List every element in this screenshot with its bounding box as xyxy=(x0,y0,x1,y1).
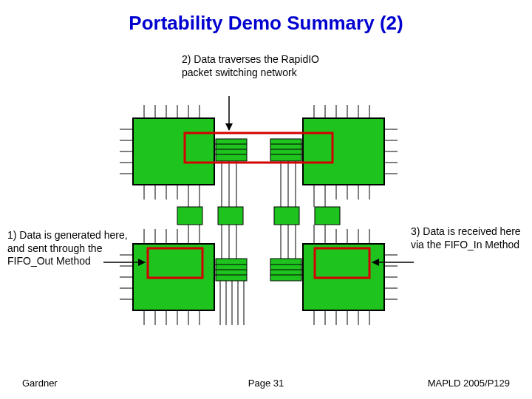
caption-step2: 2) Data traverses the RapidIO packet swi… xyxy=(182,53,330,79)
mid-block-r2 xyxy=(315,207,340,225)
slide: Portability Demo Summary (2) 2) Data tra… xyxy=(0,0,532,399)
mid-block-l2 xyxy=(218,207,243,225)
block-pe-b xyxy=(216,139,247,161)
footer-conf: MAPLD 2005/P129 xyxy=(428,378,510,389)
caption-step3: 3) Data is received here via the FIFO_In… xyxy=(411,225,522,251)
mid-block-r1 xyxy=(274,207,299,225)
page-title: Portability Demo Summary (2) xyxy=(0,12,532,35)
chip-se-c xyxy=(303,118,384,185)
svg-rect-0 xyxy=(133,118,214,185)
svg-rect-1 xyxy=(303,118,384,185)
diagram xyxy=(103,96,414,347)
chip-se-b xyxy=(133,118,214,185)
mid-block-l1 xyxy=(177,207,202,225)
block-pe-c xyxy=(270,139,301,161)
